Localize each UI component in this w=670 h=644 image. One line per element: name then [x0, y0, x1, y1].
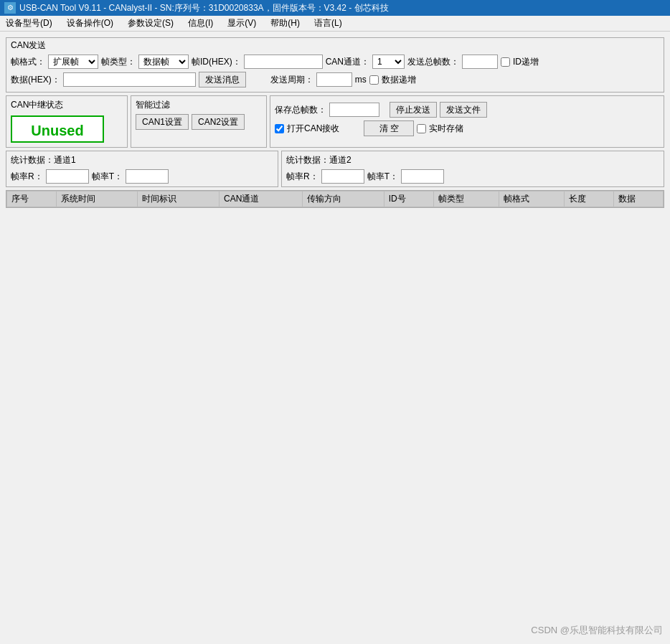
frame-id-input[interactable]: 18 00 D8 D0 [244, 55, 323, 69]
stats2-framet-input[interactable]: 0 [401, 169, 444, 184]
menu-info[interactable]: 信息(I) [185, 17, 216, 29]
can-channel-label: CAN通道： [326, 56, 369, 68]
col-time-id: 时间标识 [138, 191, 220, 207]
can-send-label: CAN发送 [11, 39, 659, 52]
send-msg-button[interactable]: 发送消息 [199, 72, 246, 87]
can-send-row1: 帧格式： 扩展帧 标准帧 帧类型： 数据帧 远程帧 帧ID(HEX)： 18 0… [11, 55, 659, 69]
col-id: ID号 [384, 191, 433, 207]
send-cycle-unit: ms [355, 75, 367, 85]
save-stop-box: 保存总帧数： 0 停止发送 发送文件 打开CAN接收 清 空 实时存储 [270, 95, 664, 148]
id-incr-label: ID递增 [513, 56, 539, 68]
smart-filter-label: 智能过滤 [136, 99, 262, 111]
open-receive-checkbox[interactable] [275, 124, 284, 133]
data-table: 序号 系统时间 时间标识 CAN通道 传输方向 ID号 帧类型 帧格式 长度 数… [6, 191, 664, 207]
stop-send-button[interactable]: 停止发送 [390, 102, 437, 118]
data-hex-input[interactable]: 00 00 00 00 00 00 00 00 [63, 72, 196, 87]
menu-help[interactable]: 帮助(H) [268, 17, 303, 29]
menu-device-type[interactable]: 设备型号(D) [3, 17, 55, 29]
data-incr-label: 数据递增 [382, 74, 416, 86]
col-data: 数据 [614, 191, 664, 207]
menu-params[interactable]: 参数设定(S) [125, 17, 176, 29]
stats1-framet-label: 帧率T： [92, 171, 123, 183]
frame-format-select[interactable]: 扩展帧 标准帧 [48, 55, 98, 69]
stats1-framer-label: 帧率R： [11, 171, 43, 183]
can-channel-select[interactable]: 1 2 [372, 55, 405, 69]
stats2-values: 帧率R： 0 帧率T： 0 [286, 169, 659, 184]
frame-type-label: 帧类型： [101, 56, 136, 68]
smart-filter-box: 智能过滤 CAN1设置 CAN2设置 [131, 95, 267, 148]
can-state-label: CAN中继状态 [11, 99, 123, 111]
unused-display: Unused [11, 115, 104, 143]
realtime-label: 实时存储 [429, 123, 463, 135]
can-state-box: CAN中继状态 Unused [6, 95, 128, 148]
data-hex-label: 数据(HEX)： [11, 74, 60, 86]
title-bar: ⚙ USB-CAN Tool V9.11 - CANalyst-II - SN:… [0, 0, 670, 16]
can2-settings-button[interactable]: CAN2设置 [192, 114, 245, 130]
table-header-row: 序号 系统时间 时间标识 CAN通道 传输方向 ID号 帧类型 帧格式 长度 数… [7, 191, 664, 207]
stats1-framet-input[interactable]: 0 [126, 169, 169, 184]
stats1-values: 帧率R： 0 帧率T： 0 [11, 169, 273, 184]
stats2-framet-label: 帧率T： [367, 171, 398, 183]
menu-bar: 设备型号(D) 设备操作(O) 参数设定(S) 信息(I) 显示(V) 帮助(H… [0, 16, 670, 32]
col-sys-time: 系统时间 [56, 191, 138, 207]
stats1-label: 统计数据：通道1 [11, 154, 273, 166]
col-frame-fmt: 帧格式 [499, 191, 564, 207]
frame-id-label: 帧ID(HEX)： [192, 56, 241, 68]
col-direction: 传输方向 [303, 191, 384, 207]
stats2-framer-label: 帧率R： [286, 171, 319, 183]
save-total-input[interactable]: 0 [329, 103, 379, 117]
stats2-label: 统计数据：通道2 [286, 154, 659, 166]
can-send-row2: 数据(HEX)： 00 00 00 00 00 00 00 00 发送消息 发送… [11, 72, 659, 87]
stats1-box: 统计数据：通道1 帧率R： 0 帧率T： 0 [6, 151, 278, 187]
send-cycle-label: 发送周期： [270, 74, 313, 86]
save-total-label: 保存总帧数： [275, 104, 326, 116]
data-incr-checkbox[interactable] [369, 75, 379, 85]
menu-language[interactable]: 语言(L) [311, 17, 345, 29]
col-length: 长度 [565, 191, 614, 207]
receive-row: 打开CAN接收 清 空 实时存储 [275, 120, 659, 136]
send-file-button[interactable]: 发送文件 [440, 102, 487, 118]
watermark: CSDN @乐思智能科技有限公司 [531, 624, 663, 637]
open-receive-label: 打开CAN接收 [287, 123, 339, 135]
app-icon: ⚙ [4, 2, 16, 14]
clear-button[interactable]: 清 空 [364, 120, 414, 136]
stats-section: 统计数据：通道1 帧率R： 0 帧率T： 0 统计数据：通道2 帧率R： 0 帧… [6, 151, 664, 187]
realtime-checkbox[interactable] [417, 124, 426, 133]
frame-type-select[interactable]: 数据帧 远程帧 [138, 55, 189, 69]
col-can-ch: CAN通道 [220, 191, 303, 207]
stats2-framer-input[interactable]: 0 [321, 169, 364, 184]
data-table-container: 序号 系统时间 时间标识 CAN通道 传输方向 ID号 帧类型 帧格式 长度 数… [6, 190, 664, 208]
frame-format-label: 帧格式： [11, 56, 45, 68]
app-title: USB-CAN Tool V9.11 - CANalyst-II - SN:序列… [19, 2, 389, 14]
stats2-box: 统计数据：通道2 帧率R： 0 帧率T： 0 [281, 151, 664, 187]
col-frame-type: 帧类型 [433, 191, 499, 207]
total-frames-label: 发送总帧数： [407, 56, 459, 68]
menu-device-op[interactable]: 设备操作(O) [64, 17, 116, 29]
stats1-framer-input[interactable]: 0 [46, 169, 89, 184]
middle-section: CAN中继状态 Unused 智能过滤 CAN1设置 CAN2设置 保存总帧数：… [6, 95, 664, 148]
can-send-section: CAN发送 帧格式： 扩展帧 标准帧 帧类型： 数据帧 远程帧 帧ID(HEX)… [6, 37, 664, 93]
menu-display[interactable]: 显示(V) [225, 17, 259, 29]
id-incr-checkbox[interactable] [501, 57, 510, 67]
total-frames-input[interactable]: 60 [462, 55, 498, 69]
send-cycle-input[interactable]: 10 [316, 72, 352, 87]
smart-filter-buttons: CAN1设置 CAN2设置 [136, 114, 262, 130]
can1-settings-button[interactable]: CAN1设置 [136, 114, 189, 130]
col-seq: 序号 [7, 191, 57, 207]
save-row: 保存总帧数： 0 停止发送 发送文件 [275, 102, 659, 118]
